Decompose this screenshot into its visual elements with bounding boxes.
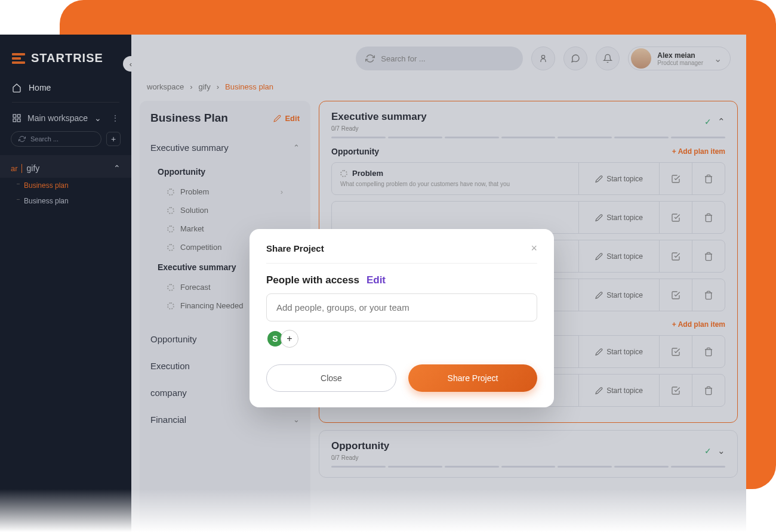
modal-title: Share Project	[266, 243, 324, 253]
share-project-button[interactable]: Share Project	[408, 364, 537, 392]
add-people-input[interactable]	[266, 293, 537, 321]
access-label: People with access	[266, 274, 359, 286]
app-window: STARTRISE ‹ Home Main workspace ⌄ ⋮ Sear…	[0, 35, 746, 532]
plus-icon: +	[287, 333, 292, 344]
close-button[interactable]: Close	[266, 364, 396, 392]
share-project-modal: Share Project × People with access Edit …	[250, 229, 554, 407]
add-person-button[interactable]: +	[281, 330, 298, 348]
close-icon[interactable]: ×	[531, 242, 537, 255]
people-list: S +	[266, 330, 537, 348]
edit-access-button[interactable]: Edit	[367, 274, 386, 286]
